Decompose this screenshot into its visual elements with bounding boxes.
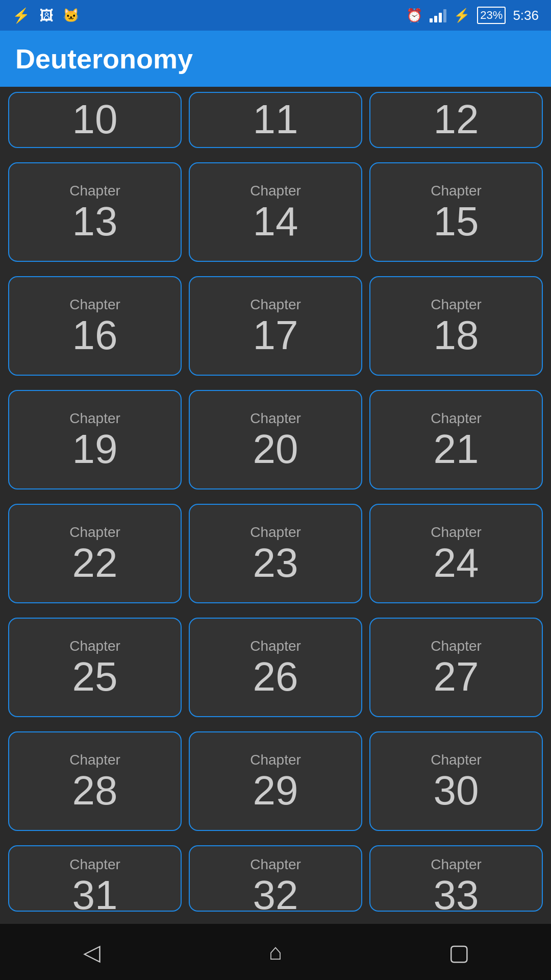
chapter-number: 10 bbox=[72, 99, 118, 140]
ghost-icon: 🐱 bbox=[63, 8, 79, 23]
chapter-card-17[interactable]: Chapter17 bbox=[189, 276, 362, 376]
chapter-label: Chapter bbox=[250, 183, 301, 199]
chapter-card-27[interactable]: Chapter27 bbox=[369, 618, 543, 717]
image-icon: 🖼 bbox=[39, 7, 54, 24]
chapter-card-14[interactable]: Chapter14 bbox=[189, 162, 362, 262]
chapter-label: Chapter bbox=[431, 524, 482, 541]
status-bar: ⚡ 🖼 🐱 ⏰ ⚡ 23% 5:36 bbox=[0, 0, 551, 31]
chapter-number: 25 bbox=[72, 656, 118, 697]
chapter-number: 28 bbox=[72, 770, 118, 811]
chapter-card-18[interactable]: Chapter18 bbox=[369, 276, 543, 376]
chapter-number: 29 bbox=[253, 770, 298, 811]
chapter-label: Chapter bbox=[250, 524, 301, 541]
chapter-number: 30 bbox=[434, 770, 479, 811]
chapter-number: 22 bbox=[72, 543, 118, 583]
chapter-label: Chapter bbox=[250, 752, 301, 768]
signal-icon bbox=[430, 8, 446, 22]
chapter-number: 12 bbox=[434, 99, 479, 140]
chapter-label: Chapter bbox=[431, 752, 482, 768]
chapter-card-33[interactable]: Chapter33 bbox=[369, 845, 543, 912]
chapter-label: Chapter bbox=[431, 638, 482, 654]
chapter-card-25[interactable]: Chapter25 bbox=[8, 618, 182, 717]
chapter-number: 21 bbox=[434, 429, 479, 470]
home-button[interactable]: ⌂ bbox=[255, 932, 296, 972]
chapter-label: Chapter bbox=[69, 524, 120, 541]
chapter-card-13[interactable]: Chapter13 bbox=[8, 162, 182, 262]
back-button[interactable]: ◁ bbox=[71, 932, 112, 972]
chapter-card-19[interactable]: Chapter19 bbox=[8, 390, 182, 489]
chapter-label: Chapter bbox=[431, 410, 482, 427]
chapter-number: 19 bbox=[72, 429, 118, 470]
chapter-card-11[interactable]: Chapter11 bbox=[189, 92, 362, 148]
chapter-number: 13 bbox=[72, 201, 118, 242]
chapter-card-32[interactable]: Chapter32 bbox=[189, 845, 362, 912]
chapter-number: 20 bbox=[253, 429, 298, 470]
chapter-label: Chapter bbox=[431, 297, 482, 313]
chapter-label: Chapter bbox=[69, 297, 120, 313]
chapter-card-22[interactable]: Chapter22 bbox=[8, 504, 182, 603]
chapter-number: 16 bbox=[72, 315, 118, 356]
chapter-label: Chapter bbox=[250, 638, 301, 654]
chapter-label: Chapter bbox=[431, 856, 482, 873]
chapter-number: 32 bbox=[253, 875, 298, 912]
chapter-number: 23 bbox=[253, 543, 298, 583]
chapter-label: Chapter bbox=[250, 410, 301, 427]
chapter-number: 27 bbox=[434, 656, 479, 697]
chapter-label: Chapter bbox=[69, 638, 120, 654]
chapter-number: 24 bbox=[434, 543, 479, 583]
clock-display: 5:36 bbox=[513, 8, 539, 23]
chapter-label: Chapter bbox=[431, 183, 482, 199]
battery-percent: 23% bbox=[477, 7, 506, 24]
chapter-number: 11 bbox=[253, 99, 298, 140]
bottom-nav: ◁ ⌂ ▢ bbox=[0, 924, 551, 980]
chapter-label: Chapter bbox=[69, 183, 120, 199]
chapter-card-26[interactable]: Chapter26 bbox=[189, 618, 362, 717]
chapter-card-12[interactable]: Chapter12 bbox=[369, 92, 543, 148]
usb-icon: ⚡ bbox=[12, 7, 30, 24]
chapter-label: Chapter bbox=[69, 752, 120, 768]
chapter-number: 26 bbox=[253, 656, 298, 697]
chapter-number: 15 bbox=[434, 201, 479, 242]
chapter-number: 31 bbox=[72, 875, 118, 912]
chapter-label: Chapter bbox=[69, 856, 120, 873]
chapter-grid: Chapter10Chapter11Chapter12Chapter13Chap… bbox=[0, 87, 551, 924]
app-header: Deuteronomy bbox=[0, 31, 551, 87]
chapter-number: 17 bbox=[253, 315, 298, 356]
status-left-icons: ⚡ 🖼 🐱 bbox=[12, 7, 79, 24]
chapter-card-31[interactable]: Chapter31 bbox=[8, 845, 182, 912]
chapter-label: Chapter bbox=[250, 856, 301, 873]
alarm-icon: ⏰ bbox=[406, 8, 422, 23]
chapter-card-29[interactable]: Chapter29 bbox=[189, 731, 362, 831]
bolt-icon: ⚡ bbox=[454, 8, 470, 23]
chapter-card-28[interactable]: Chapter28 bbox=[8, 731, 182, 831]
chapter-number: 14 bbox=[253, 201, 298, 242]
chapter-card-16[interactable]: Chapter16 bbox=[8, 276, 182, 376]
page-title: Deuteronomy bbox=[15, 43, 193, 75]
chapter-card-20[interactable]: Chapter20 bbox=[189, 390, 362, 489]
chapter-card-10[interactable]: Chapter10 bbox=[8, 92, 182, 148]
chapter-label: Chapter bbox=[69, 410, 120, 427]
chapter-label: Chapter bbox=[250, 297, 301, 313]
chapter-card-30[interactable]: Chapter30 bbox=[369, 731, 543, 831]
recent-button[interactable]: ▢ bbox=[439, 932, 480, 972]
chapter-card-15[interactable]: Chapter15 bbox=[369, 162, 543, 262]
chapter-number: 18 bbox=[434, 315, 479, 356]
status-right-icons: ⏰ ⚡ 23% 5:36 bbox=[406, 7, 539, 24]
chapter-card-23[interactable]: Chapter23 bbox=[189, 504, 362, 603]
chapter-card-24[interactable]: Chapter24 bbox=[369, 504, 543, 603]
chapter-card-21[interactable]: Chapter21 bbox=[369, 390, 543, 489]
battery-indicator: 23% bbox=[477, 7, 506, 24]
chapter-number: 33 bbox=[434, 875, 479, 912]
